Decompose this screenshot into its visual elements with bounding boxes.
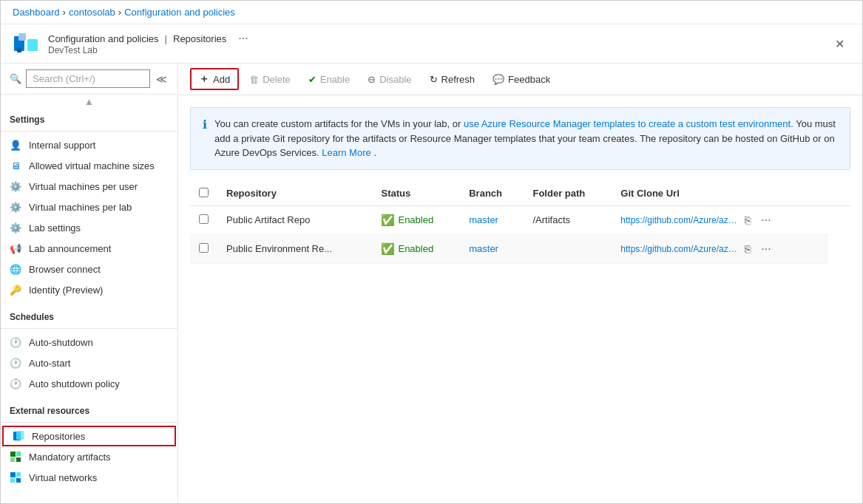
- sidebar-item-vms-per-lab[interactable]: ⚙️ Virtual machines per lab: [1, 197, 177, 217]
- user-settings-icon: 👤: [10, 139, 21, 151]
- enabled-check-icon2: ✅: [381, 242, 395, 256]
- delete-label: Delete: [263, 74, 291, 85]
- svg-rect-8: [10, 457, 15, 462]
- enable-button[interactable]: ✔ Enable: [301, 71, 357, 88]
- row1-copy-button[interactable]: ⎘: [743, 213, 752, 228]
- external-resources-section-label: External resources: [1, 400, 177, 419]
- row2-checkbox-cell: [190, 234, 217, 263]
- close-button[interactable]: ✕: [829, 34, 850, 54]
- sidebar-item-label: Lab settings: [29, 222, 81, 234]
- sidebar-item-lab-settings[interactable]: ⚙️ Lab settings: [1, 217, 177, 238]
- row2-folder-path: [524, 234, 612, 263]
- sidebar-item-internal-support[interactable]: 👤 Internal support: [1, 134, 177, 155]
- refresh-button[interactable]: ↻ Refresh: [422, 71, 483, 88]
- disable-button[interactable]: ⊖ Disable: [360, 71, 419, 88]
- svg-rect-5: [16, 431, 24, 440]
- sidebar-item-identity[interactable]: 🔑 Identity (Preview): [1, 279, 177, 300]
- row2-git-url-cell: https://github.com/Azure/azure-... ⎘ ···: [612, 234, 828, 263]
- clock-policy-icon: 🕐: [10, 378, 21, 389]
- header-page-name: Repositories: [173, 33, 226, 44]
- breadcrumb: Dashboard › contosolab › Configuration a…: [1, 1, 862, 24]
- search-icon: 🔍: [10, 73, 21, 84]
- info-icon: ℹ: [203, 118, 207, 132]
- sidebar-item-virtual-networks[interactable]: Virtual networks: [1, 467, 177, 488]
- sidebar-item-label: Repositories: [32, 431, 85, 442]
- row1-branch-link[interactable]: master: [469, 214, 498, 225]
- svg-rect-3: [17, 48, 21, 52]
- row1-checkbox-cell: [190, 205, 217, 234]
- toolbar: ＋ Add 🗑 Delete ✔ Enable ⊖ Disable ↻ R: [178, 64, 862, 95]
- sidebar-item-label: Auto shutdown policy: [29, 378, 120, 389]
- check-icon: ✔: [308, 74, 317, 85]
- sidebar-item-auto-shutdown-policy[interactable]: 🕐 Auto shutdown policy: [1, 373, 177, 394]
- minus-circle-icon: ⊖: [368, 74, 376, 85]
- sidebar-item-mandatory-artifacts[interactable]: Mandatory artifacts: [1, 446, 177, 467]
- add-button[interactable]: ＋ Add: [190, 68, 239, 90]
- row1-checkbox[interactable]: [199, 214, 209, 224]
- row2-branch: master: [460, 234, 524, 263]
- scroll-up-indicator: ▲: [1, 95, 177, 109]
- repositories-table: Repository Status Branch Folder path Git…: [190, 182, 850, 264]
- row2-git-url[interactable]: https://github.com/Azure/azure-...: [620, 244, 739, 254]
- sidebar-item-vms-per-user[interactable]: ⚙️ Virtual machines per user: [1, 176, 177, 197]
- sidebar-item-label: Internal support: [29, 140, 95, 151]
- clock-shutdown-icon: 🕐: [10, 336, 21, 348]
- sidebar-item-allowed-vm-sizes[interactable]: 🖥 Allowed virtual machine sizes: [1, 155, 177, 176]
- artifact-icon: [10, 451, 21, 463]
- feedback-button[interactable]: 💬 Feedback: [485, 71, 558, 88]
- refresh-icon: ↻: [430, 74, 438, 85]
- select-all-header: [190, 182, 217, 206]
- info-text: You can create custom artifacts for the …: [214, 117, 838, 160]
- row1-branch: master: [460, 205, 524, 234]
- branch-column-header: Branch: [460, 182, 524, 206]
- folder-path-column-header: Folder path: [524, 182, 612, 206]
- repository-column-header: Repository: [217, 182, 372, 206]
- breadcrumb-config[interactable]: Configuration and policies: [124, 7, 235, 18]
- sidebar-item-lab-announcement[interactable]: 📢 Lab announcement: [1, 238, 177, 259]
- row1-status: ✅ Enabled: [372, 205, 460, 234]
- row2-more-button[interactable]: ···: [757, 241, 775, 257]
- browser-icon: 🌐: [10, 263, 21, 275]
- sidebar-item-label: Virtual machines per user: [29, 181, 138, 192]
- table-row: Public Artifact Repo ✅ Enabled master /A: [190, 205, 850, 234]
- search-input[interactable]: [26, 69, 150, 88]
- breadcrumb-lab[interactable]: contosolab: [69, 7, 115, 18]
- row2-repository: Public Environment Re...: [217, 234, 372, 263]
- row1-git-url-cell: https://github.com/Azure/azure-... ⎘ ···: [612, 205, 828, 234]
- row1-more-button[interactable]: ···: [757, 212, 775, 228]
- breadcrumb-dashboard[interactable]: Dashboard: [13, 7, 60, 18]
- sidebar: 🔍 ≪ ▲ Settings 👤 Internal support 🖥 Allo…: [1, 64, 178, 503]
- row1-git-url[interactable]: https://github.com/Azure/azure-...: [620, 215, 739, 225]
- sidebar-item-label: Identity (Preview): [29, 285, 103, 296]
- gear-lab-icon: ⚙️: [10, 201, 21, 213]
- row2-copy-button[interactable]: ⎘: [743, 242, 752, 256]
- learn-more-link[interactable]: Learn More: [322, 147, 370, 158]
- select-all-checkbox[interactable]: [199, 188, 209, 197]
- status-column-header: Status: [372, 182, 460, 206]
- svg-rect-10: [10, 472, 16, 477]
- header-subtitle: DevTest Lab: [48, 45, 248, 55]
- add-label: Add: [213, 74, 230, 85]
- sidebar-item-repositories[interactable]: Repositories: [2, 426, 176, 446]
- header-more-button[interactable]: ···: [238, 32, 248, 45]
- network-icon: [10, 471, 21, 483]
- row1-folder-path: /Artifacts: [524, 205, 612, 234]
- sidebar-item-auto-shutdown[interactable]: 🕐 Auto-shutdown: [1, 332, 177, 353]
- sidebar-item-label: Auto-start: [29, 358, 70, 369]
- gear-user-icon: ⚙️: [10, 180, 21, 192]
- header-main-title: Configuration and policies: [48, 33, 159, 44]
- disable-label: Disable: [379, 74, 411, 85]
- row2-status: ✅ Enabled: [372, 234, 460, 263]
- key-icon: 🔑: [10, 284, 21, 296]
- sidebar-item-label: Browser connect: [29, 264, 101, 275]
- settings-section-label: Settings: [1, 109, 177, 128]
- row1-repository: Public Artifact Repo: [217, 205, 372, 234]
- sidebar-item-browser-connect[interactable]: 🌐 Browser connect: [1, 259, 177, 279]
- svg-rect-2: [18, 33, 26, 41]
- info-link-arm[interactable]: use Azure Resource Manager templates to …: [464, 118, 793, 129]
- collapse-sidebar-button[interactable]: ≪: [155, 72, 169, 86]
- row2-branch-link[interactable]: master: [469, 243, 498, 254]
- row2-checkbox[interactable]: [199, 243, 209, 253]
- sidebar-item-auto-start[interactable]: 🕐 Auto-start: [1, 353, 177, 373]
- delete-button[interactable]: 🗑 Delete: [242, 71, 298, 88]
